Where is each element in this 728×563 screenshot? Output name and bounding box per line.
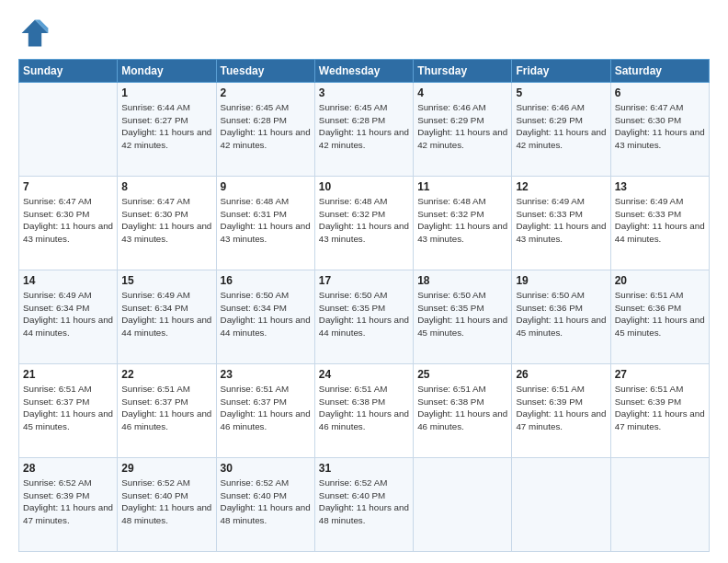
day-number: 1 — [121, 86, 211, 100]
calendar-table: SundayMondayTuesdayWednesdayThursdayFrid… — [18, 59, 710, 552]
day-number: 24 — [319, 367, 409, 382]
day-number: 30 — [221, 461, 311, 476]
day-info: Sunrise: 6:50 AMSunset: 6:34 PMDaylight:… — [221, 289, 311, 339]
day-info: Sunrise: 6:49 AMSunset: 6:34 PMDaylight:… — [23, 289, 113, 339]
calendar-cell: 28Sunrise: 6:52 AMSunset: 6:39 PMDayligh… — [19, 458, 118, 552]
day-info: Sunrise: 6:48 AMSunset: 6:32 PMDaylight:… — [417, 195, 507, 245]
day-number: 19 — [516, 273, 606, 288]
page: SundayMondayTuesdayWednesdayThursdayFrid… — [0, 0, 728, 563]
calendar-cell — [610, 458, 709, 552]
day-number: 25 — [417, 367, 507, 382]
calendar-cell: 23Sunrise: 6:51 AMSunset: 6:37 PMDayligh… — [216, 364, 314, 458]
calendar-week-row: 1Sunrise: 6:44 AMSunset: 6:27 PMDaylight… — [19, 83, 710, 177]
calendar-cell: 25Sunrise: 6:51 AMSunset: 6:38 PMDayligh… — [414, 364, 512, 458]
calendar-cell: 29Sunrise: 6:52 AMSunset: 6:40 PMDayligh… — [118, 458, 216, 552]
day-info: Sunrise: 6:52 AMSunset: 6:40 PMDaylight:… — [221, 477, 311, 526]
day-number: 4 — [417, 86, 507, 100]
calendar-cell: 4Sunrise: 6:46 AMSunset: 6:29 PMDaylight… — [414, 83, 512, 177]
day-info: Sunrise: 6:44 AMSunset: 6:27 PMDaylight:… — [121, 101, 211, 151]
day-info: Sunrise: 6:51 AMSunset: 6:36 PMDaylight:… — [615, 289, 705, 339]
day-info: Sunrise: 6:50 AMSunset: 6:36 PMDaylight:… — [516, 289, 606, 339]
calendar-cell: 26Sunrise: 6:51 AMSunset: 6:39 PMDayligh… — [512, 364, 610, 458]
day-info: Sunrise: 6:52 AMSunset: 6:40 PMDaylight:… — [319, 477, 409, 526]
calendar-cell: 3Sunrise: 6:45 AMSunset: 6:28 PMDaylight… — [314, 83, 413, 177]
calendar-cell: 10Sunrise: 6:48 AMSunset: 6:32 PMDayligh… — [314, 177, 413, 270]
day-number: 22 — [121, 367, 211, 382]
calendar-cell: 31Sunrise: 6:52 AMSunset: 6:40 PMDayligh… — [314, 458, 413, 552]
calendar-day-header: Monday — [118, 60, 216, 83]
day-info: Sunrise: 6:50 AMSunset: 6:35 PMDaylight:… — [319, 289, 409, 339]
calendar-cell: 12Sunrise: 6:49 AMSunset: 6:33 PMDayligh… — [512, 177, 610, 270]
calendar-cell: 24Sunrise: 6:51 AMSunset: 6:38 PMDayligh… — [314, 364, 413, 458]
logo-icon — [18, 17, 51, 50]
day-number: 6 — [615, 86, 705, 100]
calendar-day-header: Wednesday — [314, 60, 413, 83]
calendar-day-header: Tuesday — [216, 60, 314, 83]
calendar-week-row: 7Sunrise: 6:47 AMSunset: 6:30 PMDaylight… — [19, 177, 710, 270]
calendar-cell: 27Sunrise: 6:51 AMSunset: 6:39 PMDayligh… — [610, 364, 709, 458]
calendar-week-row: 21Sunrise: 6:51 AMSunset: 6:37 PMDayligh… — [19, 364, 710, 458]
day-number: 20 — [615, 273, 705, 288]
calendar-cell: 16Sunrise: 6:50 AMSunset: 6:34 PMDayligh… — [216, 270, 314, 364]
day-number: 29 — [121, 461, 211, 476]
day-number: 8 — [121, 179, 211, 194]
day-number: 16 — [221, 273, 311, 288]
day-info: Sunrise: 6:51 AMSunset: 6:37 PMDaylight:… — [23, 383, 113, 432]
day-number: 3 — [319, 86, 409, 100]
calendar-week-row: 14Sunrise: 6:49 AMSunset: 6:34 PMDayligh… — [19, 270, 710, 364]
day-number: 28 — [23, 461, 113, 476]
day-number: 9 — [221, 179, 311, 194]
calendar-cell: 22Sunrise: 6:51 AMSunset: 6:37 PMDayligh… — [118, 364, 216, 458]
day-info: Sunrise: 6:45 AMSunset: 6:28 PMDaylight:… — [319, 101, 409, 151]
day-number: 14 — [23, 273, 113, 288]
calendar-cell: 2Sunrise: 6:45 AMSunset: 6:28 PMDaylight… — [216, 83, 314, 177]
day-info: Sunrise: 6:51 AMSunset: 6:38 PMDaylight:… — [319, 383, 409, 432]
day-number: 13 — [615, 179, 705, 194]
calendar-cell: 30Sunrise: 6:52 AMSunset: 6:40 PMDayligh… — [216, 458, 314, 552]
day-number: 5 — [516, 86, 606, 100]
calendar-day-header: Saturday — [610, 60, 709, 83]
day-number: 31 — [319, 461, 409, 476]
day-info: Sunrise: 6:51 AMSunset: 6:39 PMDaylight:… — [516, 383, 606, 432]
day-info: Sunrise: 6:51 AMSunset: 6:39 PMDaylight:… — [615, 383, 705, 432]
calendar-cell: 5Sunrise: 6:46 AMSunset: 6:29 PMDaylight… — [512, 83, 610, 177]
calendar-cell: 19Sunrise: 6:50 AMSunset: 6:36 PMDayligh… — [512, 270, 610, 364]
day-number: 10 — [319, 179, 409, 194]
day-number: 23 — [221, 367, 311, 382]
day-number: 21 — [23, 367, 113, 382]
logo — [18, 17, 57, 50]
day-number: 7 — [23, 179, 113, 194]
calendar-cell: 1Sunrise: 6:44 AMSunset: 6:27 PMDaylight… — [118, 83, 216, 177]
calendar-cell: 14Sunrise: 6:49 AMSunset: 6:34 PMDayligh… — [19, 270, 118, 364]
day-info: Sunrise: 6:51 AMSunset: 6:37 PMDaylight:… — [221, 383, 311, 432]
calendar-cell: 20Sunrise: 6:51 AMSunset: 6:36 PMDayligh… — [610, 270, 709, 364]
day-number: 27 — [615, 367, 705, 382]
calendar-cell: 8Sunrise: 6:47 AMSunset: 6:30 PMDaylight… — [118, 177, 216, 270]
calendar-cell: 13Sunrise: 6:49 AMSunset: 6:33 PMDayligh… — [610, 177, 709, 270]
calendar-cell — [414, 458, 512, 552]
calendar-day-header: Thursday — [414, 60, 512, 83]
day-number: 11 — [417, 179, 507, 194]
day-number: 26 — [516, 367, 606, 382]
day-info: Sunrise: 6:52 AMSunset: 6:40 PMDaylight:… — [121, 477, 211, 526]
day-info: Sunrise: 6:47 AMSunset: 6:30 PMDaylight:… — [23, 195, 113, 245]
day-info: Sunrise: 6:52 AMSunset: 6:39 PMDaylight:… — [23, 477, 113, 526]
calendar-header-row: SundayMondayTuesdayWednesdayThursdayFrid… — [19, 60, 710, 83]
calendar-cell: 9Sunrise: 6:48 AMSunset: 6:31 PMDaylight… — [216, 177, 314, 270]
day-info: Sunrise: 6:48 AMSunset: 6:31 PMDaylight:… — [221, 195, 311, 245]
calendar-cell: 15Sunrise: 6:49 AMSunset: 6:34 PMDayligh… — [118, 270, 216, 364]
day-info: Sunrise: 6:51 AMSunset: 6:37 PMDaylight:… — [121, 383, 211, 432]
day-number: 2 — [221, 86, 311, 100]
calendar-week-row: 28Sunrise: 6:52 AMSunset: 6:39 PMDayligh… — [19, 458, 710, 552]
day-info: Sunrise: 6:49 AMSunset: 6:34 PMDaylight:… — [121, 289, 211, 339]
day-info: Sunrise: 6:50 AMSunset: 6:35 PMDaylight:… — [417, 289, 507, 339]
header — [18, 17, 710, 50]
calendar-cell: 11Sunrise: 6:48 AMSunset: 6:32 PMDayligh… — [414, 177, 512, 270]
day-number: 12 — [516, 179, 606, 194]
day-number: 15 — [121, 273, 211, 288]
day-info: Sunrise: 6:45 AMSunset: 6:28 PMDaylight:… — [221, 101, 311, 151]
calendar-cell: 18Sunrise: 6:50 AMSunset: 6:35 PMDayligh… — [414, 270, 512, 364]
day-number: 17 — [319, 273, 409, 288]
calendar-cell: 21Sunrise: 6:51 AMSunset: 6:37 PMDayligh… — [19, 364, 118, 458]
day-number: 18 — [417, 273, 507, 288]
